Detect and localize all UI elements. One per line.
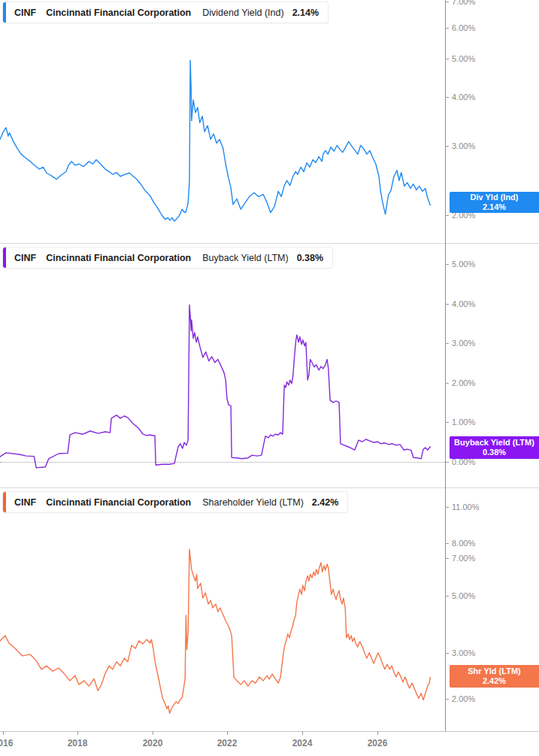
last-value-badge-buyback-yield: Buyback Yield (LTM) 0.38% [450, 436, 539, 459]
last-value-badge-shareholder-yield: Shr Yld (LTM) 2.42% [450, 665, 539, 688]
metric-value: 0.38% [297, 253, 323, 263]
ticker-label: CINF [14, 253, 36, 263]
chart-header-dividend-yield[interactable]: CINF Cincinnati Financial Corporation Di… [3, 2, 328, 23]
metric-name: Buyback Yield (LTM) [202, 253, 288, 263]
buyback-yield-line [0, 305, 430, 468]
company-name: Cincinnati Financial Corporation [46, 497, 191, 508]
yield-charts-dashboard: 7.00%6.00%5.00%4.00%3.00%2.00%5.00%4.00%… [0, 0, 539, 756]
company-name: Cincinnati Financial Corporation [46, 253, 191, 263]
last-value-badge-div-yield: Div Yld (Ind) 2.14% [450, 192, 539, 213]
metric-name: Dividend Yield (Ind) [202, 8, 283, 18]
badge-label: Div Yld (Ind) [471, 193, 519, 203]
chart-canvas[interactable] [0, 0, 539, 756]
header-accent-bar [3, 2, 6, 23]
dividend-yield-line [0, 60, 430, 221]
metric-value: 2.14% [292, 8, 319, 18]
metric-name: Shareholder Yield (LTM) [202, 497, 304, 508]
metric-value: 2.42% [312, 497, 338, 508]
badge-value: 0.38% [483, 448, 506, 458]
badge-label: Buyback Yield (LTM) [454, 438, 534, 448]
chart-header-buyback-yield[interactable]: CINF Cincinnati Financial Corporation Bu… [3, 247, 332, 268]
badge-label: Shr Yld (LTM) [468, 666, 520, 677]
chart-header-shareholder-yield[interactable]: CINF Cincinnati Financial Corporation Sh… [3, 492, 347, 512]
header-accent-bar [3, 492, 6, 512]
shareholder-yield-line [0, 549, 430, 713]
company-name: Cincinnati Financial Corporation [46, 8, 191, 18]
ticker-label: CINF [14, 497, 36, 508]
badge-value: 2.14% [483, 202, 506, 213]
header-accent-bar [3, 247, 6, 268]
ticker-label: CINF [14, 8, 36, 18]
badge-value: 2.42% [483, 676, 506, 687]
